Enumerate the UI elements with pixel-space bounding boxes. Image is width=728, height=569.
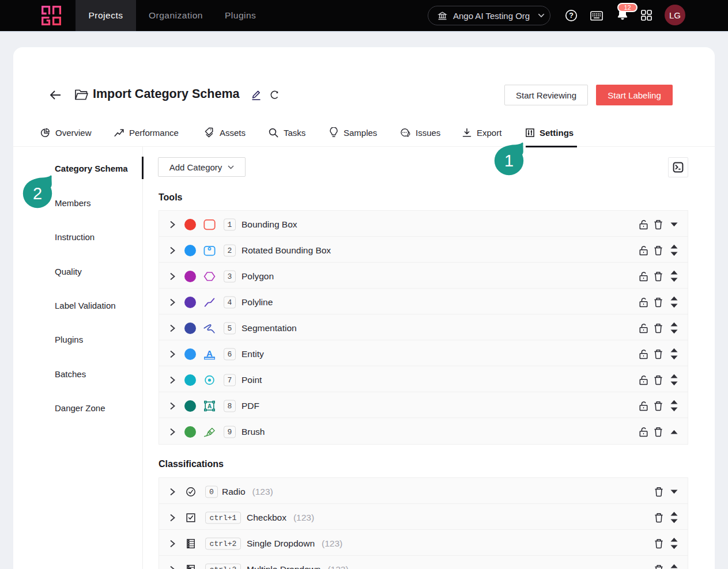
svg-text:1: 1 [504,152,514,170]
svg-text:?: ? [569,12,574,20]
svg-text:A: A [206,348,213,358]
svg-text:2: 2 [33,184,42,203]
svg-text:A: A [208,403,212,409]
